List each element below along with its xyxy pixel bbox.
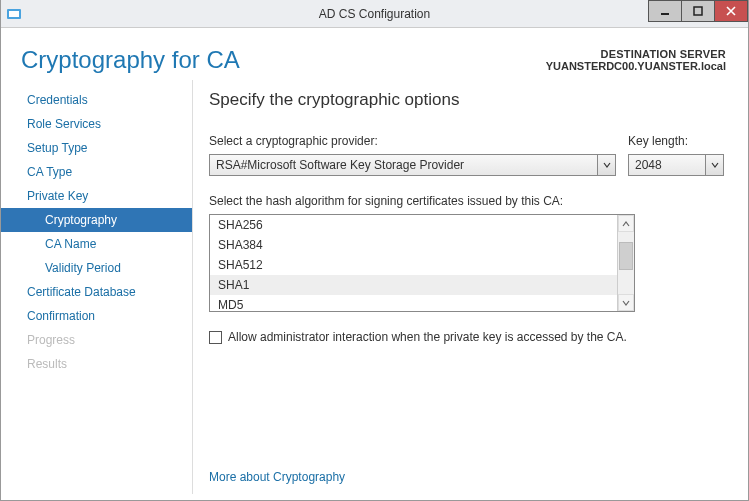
sidebar-item-progress: Progress: [1, 328, 192, 352]
sidebar: CredentialsRole ServicesSetup TypeCA Typ…: [1, 80, 193, 494]
sidebar-item-ca-type[interactable]: CA Type: [1, 160, 192, 184]
more-about-link[interactable]: More about Cryptography: [209, 446, 724, 484]
checkbox-label: Allow administrator interaction when the…: [228, 330, 627, 344]
hash-option-sha512[interactable]: SHA512: [210, 255, 617, 275]
svg-rect-1: [9, 11, 19, 17]
maximize-button[interactable]: [681, 0, 715, 22]
scrollbar[interactable]: [617, 215, 634, 311]
destination-block: DESTINATION SERVER YUANSTERDC00.YUANSTER…: [546, 46, 726, 72]
keylen-label: Key length:: [628, 134, 724, 148]
hash-option-sha256[interactable]: SHA256: [210, 215, 617, 235]
scroll-thumb[interactable]: [619, 242, 633, 270]
titlebar: AD CS Configuration: [1, 0, 748, 28]
sidebar-item-confirmation[interactable]: Confirmation: [1, 304, 192, 328]
sidebar-item-role-services[interactable]: Role Services: [1, 112, 192, 136]
window-title: AD CS Configuration: [1, 7, 748, 21]
scroll-up-button[interactable]: [618, 215, 634, 232]
destination-label: DESTINATION SERVER: [546, 48, 726, 60]
keylen-combobox[interactable]: 2048: [628, 154, 724, 176]
svg-rect-2: [661, 13, 669, 15]
app-icon: [5, 5, 23, 23]
sidebar-item-private-key[interactable]: Private Key: [1, 184, 192, 208]
chevron-down-icon[interactable]: [705, 155, 723, 175]
content-pane: Specify the cryptographic options Select…: [193, 80, 748, 494]
scroll-down-button[interactable]: [618, 294, 634, 311]
keylen-value: 2048: [629, 158, 705, 172]
svg-rect-3: [694, 7, 702, 15]
provider-value: RSA#Microsoft Software Key Storage Provi…: [210, 158, 597, 172]
hash-option-sha384[interactable]: SHA384: [210, 235, 617, 255]
sidebar-item-results: Results: [1, 352, 192, 376]
sidebar-item-validity-period[interactable]: Validity Period: [1, 256, 192, 280]
page-title: Cryptography for CA: [21, 46, 546, 74]
scroll-track[interactable]: [618, 232, 634, 294]
hash-option-md5[interactable]: MD5: [210, 295, 617, 311]
adcs-config-window: AD CS Configuration Cryptography for CA …: [0, 0, 749, 501]
header: Cryptography for CA DESTINATION SERVER Y…: [1, 28, 748, 80]
hash-option-sha1[interactable]: SHA1: [210, 275, 617, 295]
sidebar-item-credentials[interactable]: Credentials: [1, 88, 192, 112]
provider-combobox[interactable]: RSA#Microsoft Software Key Storage Provi…: [209, 154, 616, 176]
minimize-button[interactable]: [648, 0, 682, 22]
sidebar-item-cryptography[interactable]: Cryptography: [1, 208, 192, 232]
close-button[interactable]: [714, 0, 748, 22]
allow-admin-interaction-checkbox[interactable]: Allow administrator interaction when the…: [209, 330, 724, 344]
provider-label: Select a cryptographic provider:: [209, 134, 616, 148]
checkbox-icon[interactable]: [209, 331, 222, 344]
hash-listbox[interactable]: SHA256SHA384SHA512SHA1MD5: [209, 214, 635, 312]
hash-label: Select the hash algorithm for signing ce…: [209, 194, 724, 208]
chevron-down-icon[interactable]: [597, 155, 615, 175]
sidebar-item-setup-type[interactable]: Setup Type: [1, 136, 192, 160]
content-heading: Specify the cryptographic options: [209, 90, 724, 110]
destination-name: YUANSTERDC00.YUANSTER.local: [546, 60, 726, 72]
sidebar-item-certificate-database[interactable]: Certificate Database: [1, 280, 192, 304]
sidebar-item-ca-name[interactable]: CA Name: [1, 232, 192, 256]
